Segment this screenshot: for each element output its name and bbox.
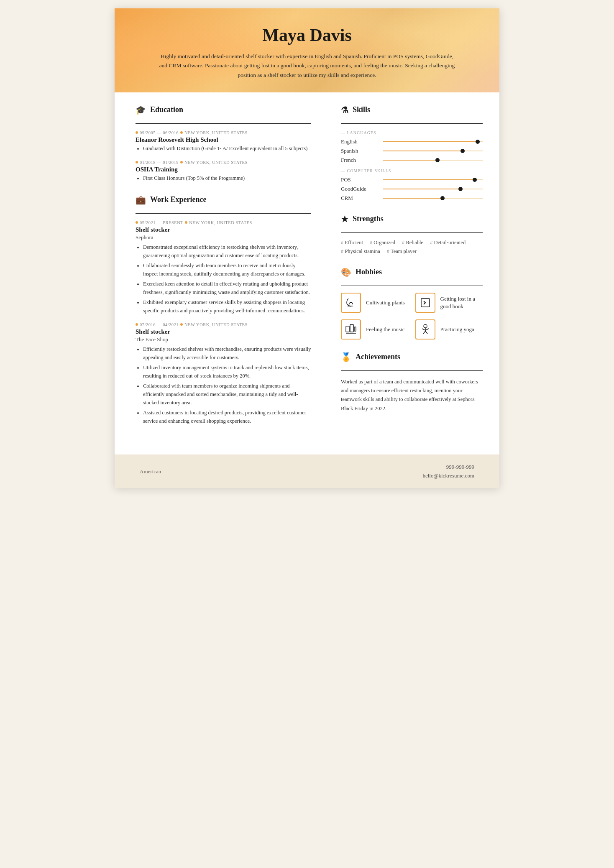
skill-row-french: French: [341, 157, 483, 163]
work-dot3: [136, 323, 138, 326]
skill-fill-english: [383, 141, 478, 142]
skill-bar-french: [383, 160, 483, 161]
work-dot1: [136, 221, 138, 224]
svg-rect-3: [350, 324, 353, 332]
meta-dot4: [180, 161, 183, 163]
work-bullet-2-3: Assisted customers in locating desired p…: [143, 408, 311, 425]
skill-row-pos: POS: [341, 176, 483, 183]
work-bullets-1: Demonstrated exceptional efficiency in r…: [136, 243, 311, 315]
left-column: 🎓 Education 09/2005 — 06/2016 New York, …: [115, 92, 326, 454]
work-bullet-2-2: Collaborated with team members to organi…: [143, 382, 311, 407]
work-bullet-2-0: Efficiently restocked shelves with merch…: [143, 345, 311, 362]
skill-name-goodguide: GoodGuide: [341, 186, 379, 192]
skills-icon: ⚗: [341, 105, 348, 115]
strength-4: Physical stamina: [341, 248, 380, 255]
school-name-1: Eleanor Roosevelt High School: [136, 136, 311, 143]
skill-row-crm: CRM: [341, 195, 483, 202]
strengths-title: ★ Strengths: [341, 214, 483, 226]
edu-bullets-1: Graduated with Distinction (Grade 1- A/ …: [136, 144, 311, 153]
skill-name-pos: POS: [341, 176, 379, 183]
education-section: 🎓 Education 09/2005 — 06/2016 New York, …: [136, 105, 311, 182]
skills-section: ⚗ Skills — LANGUAGES English Spanish: [341, 105, 483, 202]
hobby-label-book: Getting lost in a good book: [440, 295, 483, 310]
skill-bar-spanish: [383, 151, 483, 151]
skill-row-goodguide: GoodGuide: [341, 186, 483, 192]
candidate-name: Maya Davis: [140, 25, 474, 45]
skills-title: ⚗ Skills: [341, 105, 483, 117]
hobby-label-yoga: Practicing yoga: [440, 326, 474, 333]
strengths-section: ★ Strengths Efficient Organized Reliable…: [341, 214, 483, 255]
skill-row-spanish: Spanish: [341, 148, 483, 154]
strengths-icon: ★: [341, 214, 348, 224]
work-bullet-1-0: Demonstrated exceptional efficiency in r…: [143, 243, 311, 260]
edu-item-1: 09/2005 — 06/2016 New York, United State…: [136, 130, 311, 153]
edu-meta-2: 01/2018 — 01/2019 New York, United State…: [136, 160, 311, 165]
job-title-2: Shelf stocker: [136, 328, 311, 335]
strength-1: Organized: [370, 240, 395, 246]
work-item-1: 05/2021 — Present New York, United State…: [136, 220, 311, 315]
work-icon: 💼: [136, 195, 146, 205]
work-dot4: [180, 323, 183, 326]
work-meta-2: 07/2016 — 04/2021 New York, United State…: [136, 322, 311, 327]
email: hello@kickresume.com: [422, 472, 474, 480]
hobbies-title: 🎨 Hobbies: [341, 267, 483, 279]
skills-divider: [341, 123, 483, 124]
work-title: 💼 Work Experience: [136, 195, 311, 207]
education-title: 🎓 Education: [136, 105, 311, 117]
education-divider: [136, 123, 311, 124]
hobby-icon-cultivating: [341, 293, 361, 313]
meta-dot2: [180, 131, 183, 134]
hobbies-section: 🎨 Hobbies: [341, 267, 483, 340]
work-bullet-2-1: Utilized inventory management systems to…: [143, 363, 311, 380]
hobby-label-cultivating: Cultivating plants: [366, 299, 405, 306]
hobby-book: Getting lost in a good book: [415, 293, 483, 313]
meta-dot: [136, 131, 138, 134]
strengths-grid: Efficient Organized Reliable Detail-orie…: [341, 240, 483, 255]
computer-label: — COMPUTER SKILLS: [341, 168, 483, 173]
work-dot2: [185, 221, 187, 224]
contact-info: 999-999-999 hello@kickresume.com: [422, 463, 474, 480]
resume-page: Maya Davis Highly motivated and detail-o…: [115, 8, 499, 488]
skill-fill-french: [383, 160, 437, 161]
right-column: ⚗ Skills — LANGUAGES English Spanish: [326, 92, 499, 454]
skill-dot-english: [476, 140, 480, 144]
work-bullet-1-3: Exhibited exemplary customer service ski…: [143, 298, 311, 315]
company-2: The Face Shop: [136, 336, 311, 343]
hobby-icon-music: [341, 319, 361, 340]
skill-name-crm: CRM: [341, 195, 379, 202]
skill-fill-pos: [383, 179, 475, 180]
strength-5: Team player: [387, 248, 417, 255]
skill-name-spanish: Spanish: [341, 148, 379, 154]
svg-point-6: [424, 324, 427, 328]
work-meta-1: 05/2021 — Present New York, United State…: [136, 220, 311, 225]
candidate-summary: Highly motivated and detail-oriented she…: [156, 52, 458, 80]
svg-rect-2: [346, 326, 349, 332]
strength-0: Efficient: [341, 240, 363, 246]
achievements-divider: [341, 370, 483, 371]
edu-bullet-2-0: First Class Honours (Top 5% of the Progr…: [143, 174, 311, 182]
hobbies-icon: 🎨: [341, 267, 351, 277]
skill-name-french: French: [341, 157, 379, 163]
skill-name-english: English: [341, 138, 379, 145]
work-item-2: 07/2016 — 04/2021 New York, United State…: [136, 322, 311, 425]
skill-dot-pos: [473, 178, 477, 182]
strength-2: Reliable: [402, 240, 423, 246]
skill-bar-crm: [383, 198, 483, 199]
company-1: Sephora: [136, 234, 311, 241]
book-svg: [418, 295, 433, 310]
meta-dot3: [136, 161, 138, 163]
education-icon: 🎓: [136, 105, 146, 115]
skill-dot-french: [435, 158, 440, 162]
achievement-text: Worked as part of a team and communicate…: [341, 378, 483, 413]
skill-row-english: English: [341, 138, 483, 145]
achievements-icon: 🏅: [341, 352, 351, 362]
hobby-icon-book: [415, 293, 435, 313]
skill-bar-english: [383, 141, 483, 142]
hobby-label-music: Feeling the music: [366, 326, 404, 333]
hobbies-divider: [341, 286, 483, 286]
hobbies-grid: Cultivating plants Getting lost in a goo…: [341, 293, 483, 340]
svg-rect-4: [354, 327, 356, 331]
skill-bar-goodguide: [383, 189, 483, 189]
edu-meta-1: 09/2005 — 06/2016 New York, United State…: [136, 130, 311, 135]
strengths-divider: [341, 232, 483, 233]
